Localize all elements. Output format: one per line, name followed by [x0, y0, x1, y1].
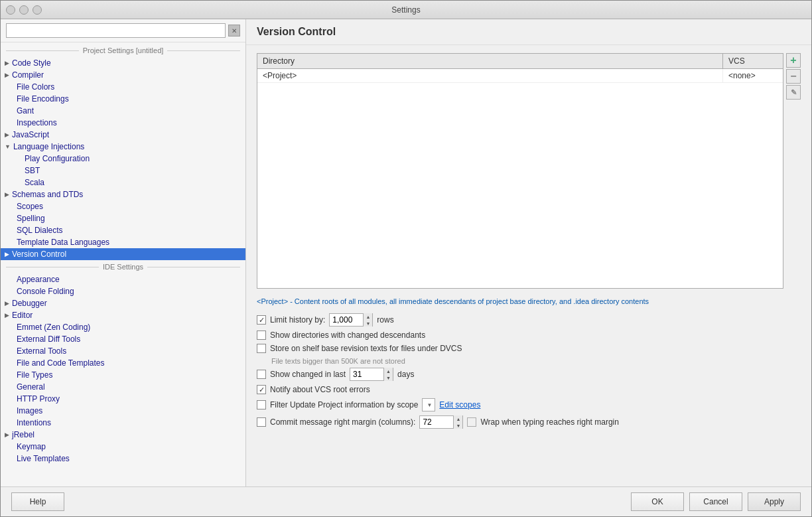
- remove-vcs-button[interactable]: −: [786, 69, 801, 84]
- nav-item-compiler[interactable]: ▶ Compiler: [1, 69, 245, 81]
- table-row[interactable]: <Project> <none>: [257, 69, 783, 83]
- notify-vcs-label: Notify about VCS root errors: [270, 385, 370, 394]
- info-text: <Project> - Content roots of all modules…: [257, 297, 801, 307]
- wrap-checkbox[interactable]: [467, 417, 476, 427]
- nav-item-scopes[interactable]: Scopes: [1, 200, 245, 212]
- help-button[interactable]: Help: [11, 492, 64, 511]
- cancel-button[interactable]: Cancel: [689, 492, 742, 511]
- store-shelf-row: Store on shelf base revision texts for f…: [257, 344, 801, 353]
- project-section-label: Project Settings [untitled]: [83, 46, 164, 54]
- notify-vcs-row: Notify about VCS root errors: [257, 385, 801, 394]
- nav-item-sql-dialects[interactable]: SQL Dialects: [1, 224, 245, 236]
- chevron-right-icon: ▶: [5, 131, 9, 138]
- nav-item-live-templates[interactable]: Live Templates: [1, 453, 245, 465]
- nav-item-code-style[interactable]: ▶ Code Style: [1, 57, 245, 69]
- store-shelf-checkbox[interactable]: [257, 344, 266, 353]
- commit-margin-checkbox[interactable]: [257, 417, 266, 427]
- spinner-up-3[interactable]: ▲: [453, 415, 462, 422]
- nav-label-template-data-languages: Template Data Languages: [17, 238, 109, 247]
- edit-vcs-button[interactable]: ✎: [786, 85, 801, 100]
- nav-item-scala[interactable]: Scala: [1, 177, 245, 188]
- nav-item-file-types[interactable]: File Types: [1, 369, 245, 381]
- spinner-up-2[interactable]: ▲: [383, 368, 393, 374]
- nav-item-http-proxy[interactable]: HTTP Proxy: [1, 393, 245, 405]
- nav-item-language-injections[interactable]: ▼ Language Injections: [1, 141, 245, 153]
- col-header-directory: Directory: [257, 54, 723, 68]
- nav-item-general[interactable]: General: [1, 381, 245, 393]
- nav-item-file-colors[interactable]: File Colors: [1, 81, 245, 93]
- nav-item-intentions[interactable]: Intentions: [1, 417, 245, 429]
- search-input[interactable]: [6, 23, 226, 38]
- apply-button[interactable]: Apply: [748, 492, 801, 511]
- nav-item-version-control[interactable]: ▶ Version Control: [1, 248, 245, 260]
- nav-item-spelling[interactable]: Spelling: [1, 212, 245, 224]
- search-clear-button[interactable]: ✕: [228, 25, 240, 37]
- show-dirs-checkbox[interactable]: [257, 331, 266, 340]
- nav-item-javascript[interactable]: ▶ JavaScript: [1, 129, 245, 141]
- nav-item-editor[interactable]: ▶ Editor: [1, 309, 245, 321]
- nav-item-sbt[interactable]: SBT: [1, 165, 245, 177]
- filter-update-row: Filter Update Project information by sco…: [257, 398, 801, 411]
- commit-margin-row: Commit message right margin (columns): ▲…: [257, 415, 801, 429]
- spinner-up[interactable]: ▲: [363, 313, 372, 320]
- show-changed-spinner[interactable]: ▲ ▼: [350, 368, 393, 381]
- commit-margin-spinner[interactable]: ▲ ▼: [419, 415, 463, 429]
- show-dirs-row: Show directories with changed descendant…: [257, 331, 801, 340]
- spinner-down-2[interactable]: ▼: [383, 374, 393, 381]
- spinner-down-3[interactable]: ▼: [453, 422, 462, 429]
- nav-label-play-configuration: Play Configuration: [25, 154, 90, 163]
- close-btn[interactable]: [6, 5, 15, 15]
- show-changed-row: Show changed in last ▲ ▼ days: [257, 368, 801, 381]
- nav-item-jrebel[interactable]: ▶ jRebel: [1, 429, 245, 441]
- wrap-label: Wrap when typing reaches right margin: [480, 417, 619, 427]
- chevron-down-icon: ▼: [427, 402, 432, 408]
- nav-item-console-folding[interactable]: Console Folding: [1, 285, 245, 297]
- limit-history-spinner[interactable]: ▲ ▼: [329, 313, 373, 327]
- nav-item-debugger[interactable]: ▶ Debugger: [1, 297, 245, 309]
- chevron-right-icon: ▶: [5, 300, 9, 307]
- nav-item-inspections[interactable]: Inspections: [1, 117, 245, 129]
- bottom-left: Help: [11, 492, 64, 511]
- chevron-right-icon: ▶: [5, 251, 9, 258]
- nav-item-gant[interactable]: Gant: [1, 105, 245, 117]
- minimize-btn[interactable]: [19, 5, 29, 15]
- nav-label-spelling: Spelling: [17, 214, 45, 223]
- store-shelf-sublabel: File texts bigger than 500K are not stor…: [271, 357, 801, 365]
- nav-item-template-data-languages[interactable]: Template Data Languages: [1, 236, 245, 248]
- spinner-down[interactable]: ▼: [363, 320, 372, 327]
- maximize-btn[interactable]: [33, 5, 42, 15]
- show-changed-checkbox[interactable]: [257, 370, 266, 379]
- nav-label-images: Images: [17, 406, 42, 415]
- nav-item-file-encodings[interactable]: File Encodings: [1, 93, 245, 105]
- nav-item-file-and-code-templates[interactable]: File and Code Templates: [1, 357, 245, 369]
- ok-button[interactable]: OK: [631, 492, 684, 511]
- commit-margin-input[interactable]: [420, 416, 453, 428]
- show-changed-suffix: days: [397, 370, 414, 379]
- show-changed-input[interactable]: [350, 368, 383, 380]
- nav-label-keymap: Keymap: [17, 442, 46, 451]
- filter-update-label: Filter Update Project information by sco…: [270, 400, 418, 409]
- scope-dropdown[interactable]: ▼: [422, 398, 435, 411]
- filter-update-checkbox[interactable]: [257, 400, 266, 409]
- nav-label-external-tools: External Tools: [17, 346, 66, 356]
- nav-item-external-diff-tools[interactable]: External Diff Tools: [1, 333, 245, 345]
- nav-item-keymap[interactable]: Keymap: [1, 441, 245, 453]
- nav-item-emmet[interactable]: Emmet (Zen Coding): [1, 321, 245, 333]
- store-shelf-label: Store on shelf base revision texts for f…: [270, 344, 462, 353]
- notify-vcs-checkbox[interactable]: [257, 385, 266, 394]
- limit-history-input[interactable]: [330, 314, 363, 326]
- right-content: Directory VCS <Project> <none> +: [246, 45, 811, 486]
- nav-item-play-configuration[interactable]: Play Configuration: [1, 153, 245, 165]
- limit-history-checkbox[interactable]: [257, 315, 266, 325]
- nav-item-images[interactable]: Images: [1, 405, 245, 417]
- nav-item-external-tools[interactable]: External Tools: [1, 345, 245, 357]
- nav-label-sbt: SBT: [25, 166, 40, 175]
- edit-scopes-link[interactable]: Edit scopes: [439, 400, 480, 409]
- add-vcs-button[interactable]: +: [786, 53, 801, 68]
- ide-section-label: IDE Settings: [103, 263, 143, 271]
- nav-item-schemas-and-dtds[interactable]: ▶ Schemas and DTDs: [1, 188, 245, 200]
- nav-item-appearance[interactable]: Appearance: [1, 273, 245, 285]
- nav-label-version-control: Version Control: [12, 250, 66, 259]
- window-title: Settings: [391, 5, 420, 15]
- nav-label-console-folding: Console Folding: [17, 287, 74, 296]
